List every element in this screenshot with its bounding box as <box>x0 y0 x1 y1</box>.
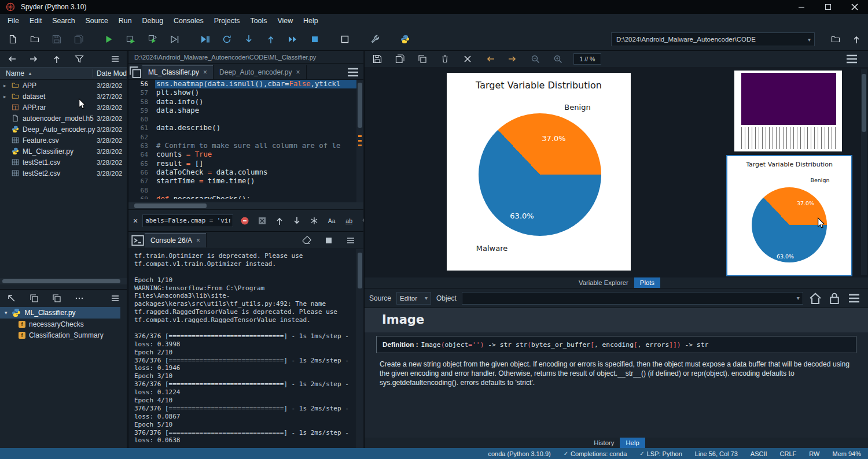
clear-search-icon[interactable] <box>255 214 269 228</box>
tab-history[interactable]: History <box>588 438 620 448</box>
column-header-name[interactable]: Name ▲ <box>0 69 93 77</box>
file-item-APP.rar[interactable]: APP.rar3/28/202 <box>0 102 127 113</box>
code-line-67[interactable]: 67startTime = time.time() <box>128 177 357 186</box>
previous-plot-icon[interactable] <box>483 52 497 66</box>
close-tab-icon[interactable]: × <box>296 68 300 76</box>
scrollbar-handle[interactable] <box>134 203 207 208</box>
close-find-icon[interactable]: × <box>133 216 138 225</box>
scrollbar-handle[interactable] <box>358 253 362 288</box>
up-directory-icon[interactable] <box>50 52 64 66</box>
menu-projects[interactable]: Projects <box>209 14 245 28</box>
working-directory-combobox[interactable]: D:\2024\Android_Malware_Autoencoder\CODE… <box>611 32 815 46</box>
code-editor[interactable]: 56sns.heatmap(data.isnull(),cbar=False,y… <box>128 80 357 202</box>
editor-vertical-scrollbar[interactable] <box>356 80 363 202</box>
run-cell-advance-icon[interactable] <box>146 32 160 46</box>
preferences-icon[interactable] <box>368 32 382 46</box>
code-line-65[interactable]: 65result = [] <box>128 160 357 168</box>
step-into-icon[interactable] <box>242 32 256 46</box>
step-return-icon[interactable] <box>264 32 278 46</box>
tab-plots[interactable]: Plots <box>634 277 660 288</box>
plots-scrollbar[interactable] <box>861 69 867 275</box>
forward-icon[interactable] <box>27 52 41 66</box>
remove-plot-icon[interactable] <box>438 52 452 66</box>
menu-tools[interactable]: Tools <box>245 14 273 28</box>
freeze-outline-icon[interactable] <box>27 291 41 305</box>
regex-search-icon[interactable] <box>359 214 363 228</box>
follow-cursor-icon[interactable] <box>50 291 64 305</box>
column-header-date[interactable]: Date Mod <box>93 69 127 77</box>
browse-tabs-icon[interactable] <box>128 65 142 79</box>
match-case-icon[interactable]: Aa <box>325 214 339 228</box>
scrollbar-handle[interactable] <box>2 279 120 283</box>
menu-consoles[interactable]: Consoles <box>168 14 209 28</box>
tab-help[interactable]: Help <box>620 438 645 448</box>
code-line-69[interactable]: 69def necessaryChecks(): <box>128 195 357 199</box>
code-line-60[interactable]: 60 <box>128 115 357 124</box>
code-line-62[interactable]: 62 <box>128 133 357 142</box>
editor-tab-Deep_Auto_encoder.py[interactable]: Deep_Auto_encoder.py× <box>214 65 306 79</box>
next-plot-icon[interactable] <box>506 52 520 66</box>
save-plot-icon[interactable] <box>370 52 384 66</box>
debug-file-icon[interactable] <box>198 32 212 46</box>
tab-variable-explorer[interactable]: Variable Explorer <box>573 277 634 288</box>
close-button[interactable] <box>841 0 868 14</box>
code-line-66[interactable]: 66dataToCheck = data.columns <box>128 168 357 177</box>
file-item-ML_Classifier.py[interactable]: ML_Classifier.py3/28/202 <box>0 146 127 157</box>
find-previous-icon[interactable] <box>273 214 286 228</box>
editor-options-menu-icon[interactable] <box>346 65 360 79</box>
console-options-menu-icon[interactable] <box>344 234 358 247</box>
close-tab-icon[interactable]: × <box>196 236 200 245</box>
no-match-icon[interactable] <box>238 214 252 228</box>
file-item-Feature.csv[interactable]: Feature.csv3/28/202 <box>0 135 127 146</box>
run-selection-icon[interactable] <box>168 32 182 46</box>
minimize-button[interactable] <box>788 0 815 14</box>
outline-item-Classification_Summary[interactable]: fClassification_Summary <box>0 330 127 340</box>
console-tab[interactable]: Console 26/A × <box>145 233 207 247</box>
menu-search[interactable]: Search <box>47 14 80 28</box>
open-file-icon[interactable] <box>28 32 42 46</box>
maximize-button[interactable] <box>815 0 841 14</box>
lock-icon[interactable] <box>827 291 841 305</box>
more-actions-icon[interactable] <box>72 291 86 305</box>
help-options-menu-icon[interactable] <box>847 291 861 305</box>
editor-tab-ML_Classifier.py[interactable]: ML_Classifier.py× <box>142 65 214 79</box>
remove-all-plots-icon[interactable] <box>461 52 475 66</box>
zoom-level[interactable]: 1 // % <box>573 53 601 65</box>
file-item-APP[interactable]: ▸APP3/28/202 <box>0 80 127 91</box>
save-icon[interactable] <box>50 32 64 46</box>
outline-item-necessaryChecks[interactable]: fnecessaryChecks <box>0 319 127 330</box>
remove-variables-icon[interactable] <box>300 234 314 247</box>
menu-edit[interactable]: Edit <box>24 14 47 28</box>
code-line-58[interactable]: 58data.info() <box>128 98 357 106</box>
plots-options-menu-icon[interactable] <box>845 52 859 66</box>
file-item-testSet1.csv[interactable]: testSet1.csv3/28/202 <box>0 157 127 168</box>
parent-directory-icon[interactable] <box>849 32 863 46</box>
files-horizontal-scrollbar[interactable] <box>0 278 127 284</box>
code-line-68[interactable]: 68 <box>128 186 357 195</box>
go-to-cursor-icon[interactable] <box>5 291 19 305</box>
run-cell-icon[interactable] <box>124 32 138 46</box>
file-item-testSet2.csv[interactable]: testSet2.csv3/28/202 <box>0 168 127 179</box>
save-all-icon[interactable] <box>72 32 86 46</box>
new-file-icon[interactable] <box>6 32 20 46</box>
outline-item-root[interactable]: ▾ ML_Classifier.py <box>0 307 120 319</box>
save-all-plots-icon[interactable] <box>393 52 407 66</box>
run-file-icon[interactable] <box>102 32 116 46</box>
code-line-61[interactable]: 61data.describe() <box>128 124 357 132</box>
highlight-all-icon[interactable] <box>307 214 321 228</box>
menu-run[interactable]: Run <box>113 14 137 28</box>
code-line-63[interactable]: 63# Confirm to make sure all column are … <box>128 142 357 150</box>
file-item-dataset[interactable]: ▸dataset3/27/202 <box>0 91 127 102</box>
code-line-57[interactable]: 57plt.show() <box>128 88 357 97</box>
maximize-pane-icon[interactable] <box>338 32 352 46</box>
code-line-64[interactable]: 64counts = True <box>128 150 357 159</box>
scrollbar-handle[interactable] <box>862 74 866 132</box>
scrollbar-handle[interactable] <box>358 83 362 128</box>
menu-help[interactable]: Help <box>298 14 323 28</box>
python-env-icon[interactable] <box>398 32 412 46</box>
menu-view[interactable]: View <box>272 14 298 28</box>
editor-horizontal-scrollbar[interactable] <box>128 202 363 209</box>
continue-execution-icon[interactable] <box>286 32 300 46</box>
code-line-59[interactable]: 59data.shape <box>128 106 357 115</box>
menu-debug[interactable]: Debug <box>137 14 169 28</box>
